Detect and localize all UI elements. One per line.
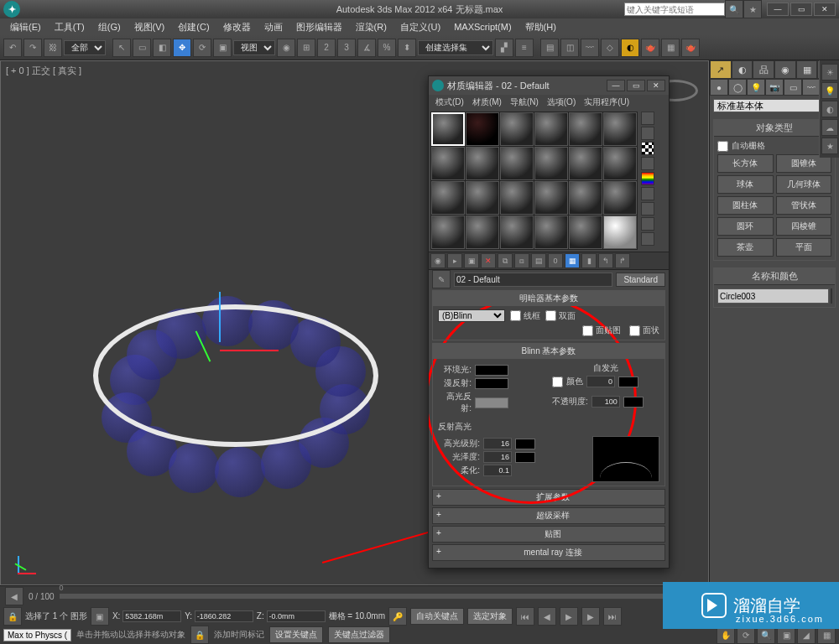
go-parent-icon[interactable]: ↰ [598, 253, 613, 268]
sample-type-icon[interactable] [641, 112, 654, 125]
material-slot[interactable] [569, 112, 602, 146]
snap-angle-icon[interactable]: ∡ [357, 39, 376, 57]
material-editor-icon[interactable]: ◐ [621, 39, 639, 57]
snap-2d-icon[interactable]: 2 [317, 39, 336, 57]
get-material-icon[interactable]: ◉ [430, 253, 446, 268]
matid-icon[interactable]: 0 [548, 253, 563, 268]
rollout-maps[interactable]: +贴图 [432, 526, 665, 543]
assign-icon[interactable]: ▣ [464, 253, 479, 268]
render-frame-icon[interactable]: ▦ [661, 39, 680, 57]
add-time-tag[interactable]: 添加时间标记 [214, 629, 264, 641]
select-by-icon[interactable] [641, 217, 654, 231]
shader-select[interactable]: (B)Blinn [438, 309, 505, 322]
faceted-checkbox[interactable] [629, 325, 640, 336]
material-name-input[interactable] [454, 273, 612, 287]
material-slot[interactable] [466, 216, 499, 249]
gloss-spinner[interactable] [483, 451, 512, 463]
specular-swatch[interactable] [475, 397, 508, 408]
pivot-icon[interactable]: ◉ [277, 39, 295, 57]
scope-select[interactable]: 全部 [64, 40, 106, 55]
bulb-icon[interactable]: 💡 [821, 82, 838, 99]
object-name-input[interactable] [717, 288, 829, 304]
selfilter-button[interactable]: 选定对象 [467, 608, 513, 625]
select-region-icon[interactable]: ▭ [133, 39, 151, 57]
wire-checkbox[interactable] [510, 310, 521, 321]
selfillum-map-button[interactable] [618, 377, 638, 387]
selfillum-spinner[interactable] [586, 376, 615, 387]
btn-box[interactable]: 长方体 [717, 154, 774, 173]
specular-level-spinner[interactable] [483, 438, 512, 449]
mirror-icon[interactable]: ▞ [495, 39, 513, 57]
play-start-icon[interactable]: ⏮ [516, 607, 534, 626]
menu-group[interactable]: 组(G) [93, 19, 126, 35]
material-slot[interactable] [431, 181, 465, 215]
rollout-header[interactable]: Blinn 基本参数 [433, 344, 664, 359]
maximize-button[interactable]: ▭ [790, 3, 812, 16]
timeline-start-icon[interactable]: ◀ [5, 587, 23, 605]
make-unique-icon[interactable]: ⧈ [514, 253, 529, 268]
material-slot[interactable] [534, 216, 568, 249]
tab-hierarchy-icon[interactable]: 品 [753, 60, 774, 79]
ambient-swatch[interactable] [475, 365, 508, 376]
move-icon[interactable]: ✥ [173, 39, 191, 57]
material-slot[interactable] [534, 112, 568, 146]
graphite-icon[interactable]: ◫ [560, 39, 579, 57]
show-map-icon[interactable]: ▦ [565, 253, 580, 268]
play-prev-icon[interactable]: ◀ [538, 607, 556, 626]
put-to-scene-icon[interactable]: ▸ [447, 253, 462, 268]
me-menu-mode[interactable]: 模式(D) [432, 95, 467, 110]
opacity-map-button[interactable] [623, 397, 644, 408]
menu-modifiers[interactable]: 修改器 [218, 19, 256, 35]
menu-anim[interactable]: 动画 [259, 19, 288, 35]
material-slot[interactable] [500, 112, 534, 146]
isolate-icon[interactable]: ▣ [91, 607, 109, 626]
material-slot[interactable] [500, 147, 534, 180]
autogrid-checkbox[interactable] [717, 141, 728, 152]
subtab-shape-icon[interactable]: ◯ [728, 79, 747, 96]
go-sibling-icon[interactable]: ↱ [615, 253, 630, 268]
btn-teapot[interactable]: 茶壶 [717, 238, 774, 257]
close-button[interactable]: ✕ [814, 3, 836, 16]
soften-spinner[interactable] [483, 465, 512, 476]
twosided-checkbox[interactable] [545, 310, 556, 321]
rollout-header[interactable]: 名称和颜色 [714, 268, 835, 285]
menu-customize[interactable]: 自定义(U) [395, 19, 446, 35]
keyfilter-button[interactable]: 关键点过滤器 [328, 626, 390, 643]
me-menu-nav[interactable]: 导航(N) [507, 95, 542, 110]
subtab-space-icon[interactable]: 〰 [802, 79, 821, 96]
opacity-spinner[interactable] [591, 396, 620, 408]
menu-view[interactable]: 视图(V) [129, 19, 170, 35]
circle-shape[interactable] [93, 304, 378, 447]
btn-plane[interactable]: 平面 [776, 238, 832, 257]
minimize-button[interactable]: — [767, 3, 789, 16]
subtab-camera-icon[interactable]: 📷 [765, 79, 784, 96]
tab-display-icon[interactable]: ▦ [796, 60, 818, 79]
material-slot[interactable] [534, 181, 568, 215]
coord-x-input[interactable] [122, 610, 181, 622]
play-next-icon[interactable]: ▶ [581, 607, 600, 626]
menu-create[interactable]: 创建(C) [173, 19, 214, 35]
pick-icon[interactable]: ✎ [432, 270, 451, 288]
btn-torus[interactable]: 圆环 [717, 217, 774, 236]
maximize-button[interactable]: ▭ [627, 80, 645, 91]
btn-geosphere[interactable]: 几何球体 [776, 175, 832, 194]
rollout-extended[interactable]: +扩展参数 [432, 489, 665, 506]
backlight-icon[interactable] [641, 127, 654, 140]
material-slot[interactable] [431, 147, 465, 180]
video-check-icon[interactable] [641, 172, 654, 185]
material-slot[interactable] [569, 216, 602, 249]
material-slot[interactable] [569, 147, 602, 180]
put-to-lib-icon[interactable]: ▤ [531, 253, 546, 268]
lock-sel-icon[interactable]: 🔒 [190, 626, 209, 644]
layers-icon[interactable]: ▤ [540, 39, 559, 57]
material-slot[interactable] [500, 216, 534, 249]
play-end-icon[interactable]: ⏭ [603, 607, 622, 626]
rollout-header[interactable]: 对象类型 [714, 120, 835, 137]
btn-tube[interactable]: 管状体 [776, 196, 832, 215]
select-window-icon[interactable]: ◧ [153, 39, 171, 57]
material-slot[interactable] [431, 216, 465, 249]
rollout-header[interactable]: 明暗器基本参数 [433, 291, 664, 306]
material-slot[interactable] [466, 181, 499, 215]
diffuse-swatch[interactable] [475, 378, 508, 389]
help-search[interactable] [624, 3, 725, 16]
